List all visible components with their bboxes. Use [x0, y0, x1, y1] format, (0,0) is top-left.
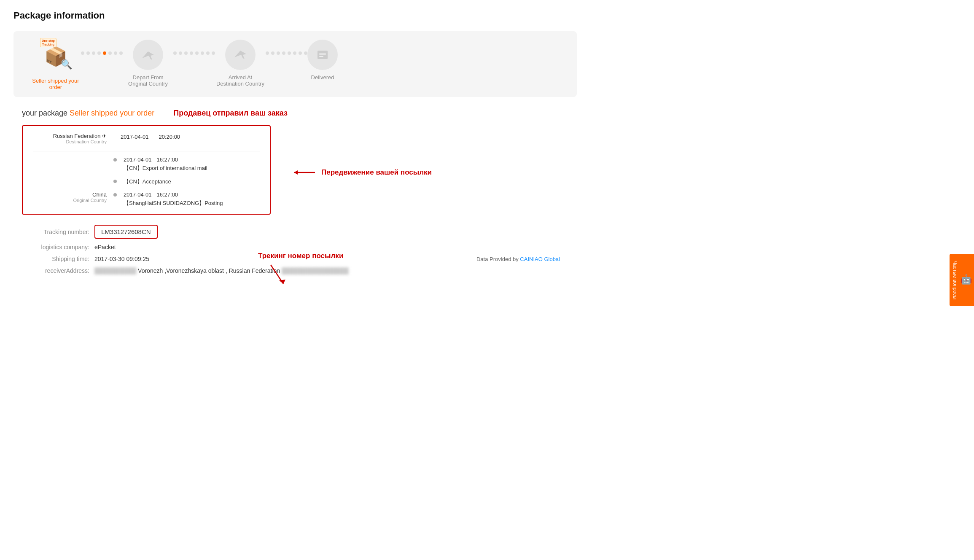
tracking-number-label: Tracking number:: [22, 229, 89, 235]
step-label-depart: Depart From Original Country: [123, 74, 173, 87]
event-time: 16:27:00: [157, 191, 178, 198]
status-highlight: Seller shipped your order: [70, 109, 154, 117]
event-body: 【CN】Acceptance: [124, 178, 260, 186]
dots-2: [173, 40, 215, 68]
data-credit: Data Provided by CAINIAO Global: [476, 256, 560, 262]
arrow-down-right-icon: [258, 263, 292, 288]
dot-col: [113, 178, 117, 186]
dot: [282, 51, 285, 55]
cainiao-link[interactable]: CAINIAO Global: [520, 256, 560, 262]
dot: [81, 51, 84, 55]
dot: [190, 51, 193, 55]
dot: [288, 51, 291, 55]
dots-3: [266, 40, 307, 68]
receiver-value: ██████████ Voronezh ,Voronezhskaya oblas…: [94, 267, 349, 274]
logistics-value: ePacket: [94, 244, 116, 250]
movement-annotation: Передвижение вашей посылки: [292, 167, 432, 178]
dot: [201, 51, 204, 55]
event-dot: [113, 193, 117, 197]
progress-section: One-stopTracking 📦 🔍 Seller shipped your…: [13, 31, 577, 97]
chat-label: Частые вопросы: [952, 261, 958, 289]
dot: [293, 51, 296, 55]
dot: [173, 51, 177, 55]
event-country: China: [33, 191, 107, 198]
step-label-arrived: Arrived At Destination Country: [215, 74, 266, 87]
dot: [304, 51, 307, 55]
shipping-time-value: 2017-03-30 09:09:25: [94, 256, 149, 262]
step-label-delivered: Delivered: [311, 74, 334, 81]
status-line: your package Seller shipped your order П…: [22, 109, 568, 118]
chat-sidebar[interactable]: 🤖 Частые вопросы: [950, 254, 974, 289]
one-stop-badge: One-stopTracking: [40, 38, 57, 47]
main-content: your package Seller shipped your order П…: [13, 109, 577, 274]
status-russian: Продавец отправил ваш заказ: [173, 109, 288, 117]
dot: [97, 51, 101, 55]
step-depart: Depart From Original Country: [123, 40, 173, 87]
status-prefix: your package: [22, 109, 67, 117]
step-icon-depart: [133, 40, 163, 70]
logistics-row: logistics company: ePacket: [22, 244, 568, 250]
event-time: 16:27:00: [157, 156, 178, 163]
event-date: 2017-04-01: [124, 191, 152, 198]
event-description: 【CN】Export of international mail: [124, 164, 260, 172]
event-time: 20:20:00: [159, 134, 180, 140]
event-body: 2017-04-01 16:27:00 【CN】Export of intern…: [124, 156, 260, 172]
dot: [92, 51, 95, 55]
time-row: 2017-04-01 16:27:00: [124, 156, 260, 163]
page-title: Package information: [13, 10, 577, 21]
dot: [277, 51, 280, 55]
magnifier-icon: 🔍: [61, 59, 72, 70]
step-arrived: Arrived At Destination Country: [215, 40, 266, 87]
svg-rect-1: [319, 53, 326, 54]
dot-active: [103, 51, 106, 55]
event-description: 【ShangHaiShi SUDIDAZONG】Posting: [124, 199, 260, 207]
step-label-seller: Seller shipped your order: [30, 78, 81, 90]
data-credit-text: Data Provided by: [476, 256, 519, 262]
movement-label: Передвижение вашей посылки: [321, 168, 432, 177]
step-delivered: Delivered: [307, 40, 338, 81]
divider: [33, 151, 260, 151]
dot-col: [113, 156, 117, 172]
receiver-row: receiverAddress: ██████████ Voronezh ,Vo…: [22, 267, 568, 274]
event-country: Russian Federation ✈: [33, 133, 107, 139]
event-time-row: 2017-04-01 20:20:00: [121, 133, 180, 140]
time-row: 2017-04-01 16:27:00: [124, 191, 260, 198]
event-meta: China Original Country: [33, 191, 107, 207]
shipping-time-label: Shipping time:: [22, 256, 89, 262]
event-row: 【CN】Acceptance: [33, 178, 260, 186]
event-row: Russian Federation ✈ Destination Country…: [33, 133, 260, 144]
tracking-number-value: LM331272608CN: [94, 225, 158, 239]
event-dot: [113, 180, 117, 183]
dot: [119, 51, 123, 55]
event-body: 2017-04-01 16:27:00 【ShangHaiShi SUDIDAZ…: [124, 191, 260, 207]
tracking-number-row: Tracking number: LM331272608CN: [22, 225, 568, 239]
tracking-annotation-label: Трекинг номер посылки: [258, 252, 343, 260]
dot: [195, 51, 199, 55]
step-icon-delivered: [307, 40, 338, 70]
dot: [212, 51, 215, 55]
dot-col: [113, 191, 117, 207]
dot: [184, 51, 188, 55]
arrow-left-icon: [292, 167, 317, 178]
progress-track: One-stopTracking 📦 🔍 Seller shipped your…: [30, 40, 560, 90]
event-dot: [113, 158, 117, 162]
event-meta: Russian Federation ✈ Destination Country: [33, 133, 107, 144]
event-country-label: Destination Country: [33, 139, 107, 144]
svg-marker-5: [294, 170, 298, 175]
dot: [108, 51, 112, 55]
dots-1: [81, 40, 123, 68]
event-meta: [33, 178, 107, 186]
event-row: China Original Country 2017-04-01 16:27:…: [33, 191, 260, 207]
dot: [179, 51, 182, 55]
event-meta: [33, 156, 107, 172]
dot: [86, 51, 90, 55]
events-box: Russian Federation ✈ Destination Country…: [22, 125, 271, 215]
dot: [271, 51, 274, 55]
step-icon-arrived: [225, 40, 256, 70]
svg-rect-2: [319, 54, 326, 55]
content-area: Russian Federation ✈ Destination Country…: [22, 125, 568, 215]
event-description: 【CN】Acceptance: [124, 178, 260, 186]
event-row: 2017-04-01 16:27:00 【CN】Export of intern…: [33, 156, 260, 172]
event-date: 2017-04-01: [124, 156, 152, 163]
dot: [206, 51, 210, 55]
